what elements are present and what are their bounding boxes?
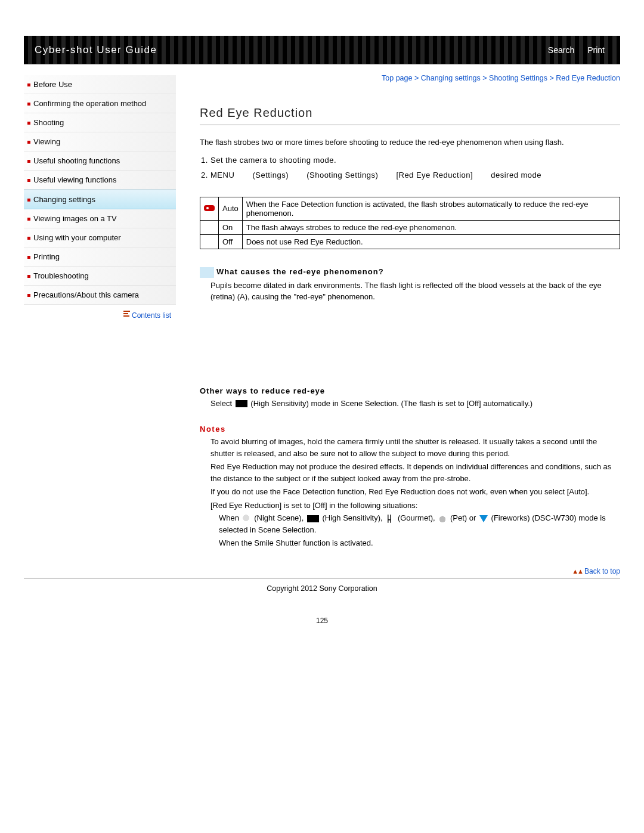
sidebar-item-printing[interactable]: Printing [24,247,176,267]
notes-title: Notes [200,425,620,433]
option-desc: The flash always strobes to reduce the r… [242,220,620,234]
contents-list-icon [123,311,130,318]
sidebar-item-changing-settings[interactable]: Changing settings [24,190,176,209]
option-desc: Does not use Red Eye Reduction. [242,234,620,249]
option-desc: When the Face Detection function is acti… [242,197,620,220]
copyright: Copyright 2012 Sony Corporation [24,578,620,617]
search-link[interactable]: Search [544,43,578,57]
back-to-top: ▲▲Back to top [200,567,620,575]
shooting-settings-label: (Shooting Settings) [306,170,378,181]
high-sensitivity-icon [307,515,319,522]
sidebar-item-shooting[interactable]: Shooting [24,113,176,132]
gourmet-icon [386,515,394,523]
table-row: Off Does not use Red Eye Reduction. [200,234,620,249]
header-bar: Cyber-shot User Guide Search Print [24,36,620,64]
breadcrumb-current: Red Eye Reduction [556,74,620,82]
steps-list: Set the camera to shooting mode. MENU (S… [200,155,620,181]
sidebar-nav: Before Use Confirming the operation meth… [24,75,176,578]
note-sub-item: When (Night Scene), (High Sensitivity), … [219,512,620,535]
high-sensitivity-icon [236,400,247,407]
option-icon-cell [200,220,219,234]
pet-icon [438,515,447,523]
contents-list: Contents list [24,305,176,320]
lead-paragraph: The flash strobes two or more times befo… [200,137,620,148]
other-ways-list: Select (High Sensitivity) mode in Scene … [200,398,620,410]
sub-heading: Other ways to reduce red-eye [200,386,620,395]
breadcrumb-shooting-settings[interactable]: Shooting Settings [489,74,547,82]
sidebar-item-viewing[interactable]: Viewing [24,132,176,151]
note-item: [Red Eye Reduction] is set to [Off] in t… [210,500,620,549]
note-item: Red Eye Reduction may not produce the de… [210,461,620,484]
option-icon-cell [200,234,219,249]
options-table: Auto When the Face Detection function is… [200,197,620,249]
info-heading: What causes the red-eye phenomenon? [200,267,620,278]
step-1: Set the camera to shooting mode. [210,155,620,166]
sidebar-item-computer[interactable]: Using with your computer [24,228,176,247]
breadcrumb: Top page > Changing settings > Shooting … [200,74,620,82]
item-label: [Red Eye Reduction] [396,170,473,181]
option-name: On [219,220,243,234]
option-icon-cell [200,197,219,220]
sidebar-item-viewing-tv[interactable]: Viewing images on a TV [24,209,176,228]
settings-label: (Settings) [252,170,289,181]
step-2: MENU (Settings) (Shooting Settings) [Red… [210,170,620,181]
option-name: Auto [219,197,243,220]
page-number: 125 [24,617,620,643]
notes-section: Notes To avoid blurring of images, hold … [200,425,620,549]
sidebar-item-troubleshooting[interactable]: Troubleshooting [24,267,176,286]
info-square-icon [200,267,214,278]
contents-list-link[interactable]: Contents list [132,311,171,320]
print-button[interactable]: Print [584,43,608,57]
table-row: Auto When the Face Detection function is… [200,197,620,220]
header-actions: Search Print [544,43,608,57]
back-to-top-link[interactable]: Back to top [584,567,620,575]
title-rule [200,125,620,125]
table-row: On The flash always strobes to reduce th… [200,220,620,234]
sidebar-item-useful-viewing[interactable]: Useful viewing functions [24,171,176,190]
night-scene-icon [243,515,251,523]
menu-label: MENU [210,170,234,181]
sidebar-item-useful-shooting[interactable]: Useful shooting functions [24,151,176,171]
up-arrow-icon: ▲▲ [572,568,583,575]
note-sub-item: When the Smile Shutter function is activ… [219,537,620,549]
sidebar-item-before-use[interactable]: Before Use [24,75,176,94]
breadcrumb-top[interactable]: Top page [382,74,412,82]
note-item: If you do not use the Face Detection fun… [210,486,620,498]
desired-mode-label: desired mode [491,170,541,181]
main-content: Top page > Changing settings > Shooting … [176,75,620,578]
option-name: Off [219,234,243,249]
page-title: Red Eye Reduction [200,106,620,120]
breadcrumb-changing[interactable]: Changing settings [421,74,481,82]
list-item: Select (High Sensitivity) mode in Scene … [210,398,620,410]
header-title: Cyber-shot User Guide [35,44,157,56]
fireworks-icon [479,515,488,522]
info-body: Pupils become dilated in dark environmen… [210,280,620,303]
redeye-icon [204,205,215,211]
note-item: To avoid blurring of images, hold the ca… [210,436,620,459]
sidebar-item-confirming[interactable]: Confirming the operation method [24,94,176,113]
menu-path: MENU (Settings) (Shooting Settings) [Red… [210,171,557,179]
sidebar-item-precautions[interactable]: Precautions/About this camera [24,286,176,305]
